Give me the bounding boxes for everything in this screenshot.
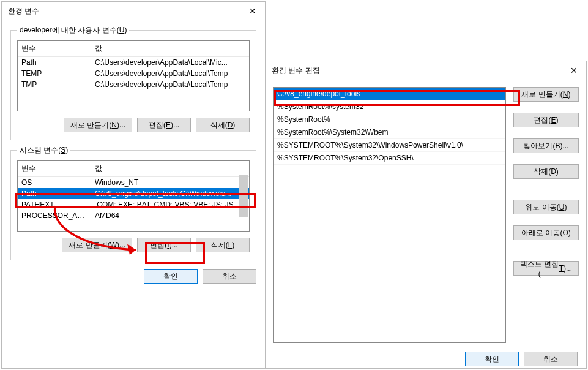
system-vars-table[interactable]: 변수 값 OSWindows_NTPathC:\v8_engine\depot_… [17, 160, 250, 232]
sys-edit-button[interactable]: 편집(I)... [137, 238, 191, 252]
system-vars-legend: 시스템 변수(S) [17, 145, 70, 156]
user-delete-button[interactable]: 삭제(D) [196, 118, 250, 132]
title-env: 환경 변수 [8, 6, 39, 17]
env-vars-dialog: 환경 변수 ✕ developer에 대한 사용자 변수(U) 변수 값 Pat… [1, 1, 266, 369]
sys-delete-button[interactable]: 삭제(L) [196, 238, 250, 252]
table-row[interactable]: TMPC:\Users\developer\AppData\Local\Temp [18, 79, 249, 90]
close-icon[interactable]: ✕ [567, 64, 581, 77]
user-new-button[interactable]: 새로 만들기(N)... [64, 118, 132, 132]
col-val[interactable]: 값 [91, 41, 249, 57]
table-row[interactable]: PathC:\v8_engine\depot_tools;C:\Windows\… [18, 188, 249, 199]
col-var-sys[interactable]: 변수 [18, 161, 91, 177]
table-row[interactable]: TEMPC:\Users\developer\AppData\Local\Tem… [18, 68, 249, 79]
title-edit: 환경 변수 편집 [272, 66, 320, 76]
list-item[interactable]: %SystemRoot%\system32 [274, 100, 505, 113]
list-item[interactable]: %SYSTEMROOT%\System32\OpenSSH\ [274, 152, 505, 165]
cancel-button-edit[interactable]: 취소 [524, 352, 578, 366]
list-moveup-button[interactable]: 위로 이동(U) [513, 200, 579, 214]
ok-button-edit[interactable]: 확인 [465, 352, 519, 366]
table-row[interactable]: PathC:\Users\developer\AppData\Local\Mic… [18, 57, 249, 69]
list-textedit-button[interactable]: 텍스트 편집(T)... [513, 261, 579, 276]
list-item[interactable]: C:\v8_engine\depot_tools [274, 88, 505, 100]
list-movedown-button[interactable]: 아래로 이동(O) [513, 225, 579, 240]
user-vars-legend: developer에 대한 사용자 변수(U) [17, 25, 129, 36]
ok-button[interactable]: 확인 [144, 269, 198, 284]
col-var[interactable]: 변수 [18, 41, 91, 57]
close-icon[interactable]: ✕ [245, 5, 260, 17]
list-edit-button[interactable]: 편집(E) [513, 113, 579, 127]
system-vars-group: 시스템 변수(S) 변수 값 OSWindows_NTPathC:\v8_eng… [10, 145, 256, 260]
user-vars-group: developer에 대한 사용자 변수(U) 변수 값 PathC:\User… [10, 25, 256, 140]
table-row[interactable]: OSWindows_NT [18, 177, 249, 189]
list-new-button[interactable]: 새로 만들기(N) [513, 87, 579, 102]
env-var-edit-dialog: 환경 변수 편집 ✕ C:\v8_engine\depot_tools%Syst… [265, 61, 587, 369]
list-item[interactable]: %SYSTEMROOT%\System32\WindowsPowerShell\… [274, 139, 505, 152]
table-row[interactable]: PROCESSOR_ARC...AMD64 [18, 210, 249, 221]
cancel-button[interactable]: 취소 [203, 269, 256, 284]
list-delete-button[interactable]: 삭제(D) [513, 164, 579, 179]
sys-new-button[interactable]: 새로 만들기(W)... [62, 238, 132, 252]
list-item[interactable]: %SystemRoot%\System32\Wbem [274, 126, 505, 139]
list-browse-button[interactable]: 찾아보기(B)... [513, 138, 579, 153]
scrollbar-handle[interactable] [239, 175, 248, 217]
titlebar-edit: 환경 변수 편집 ✕ [266, 61, 586, 80]
list-item[interactable]: %SystemRoot% [274, 113, 505, 126]
path-listbox[interactable]: C:\v8_engine\depot_tools%SystemRoot%\sys… [273, 87, 506, 343]
user-edit-button[interactable]: 편집(E)... [137, 118, 191, 132]
user-vars-table[interactable]: 변수 값 PathC:\Users\developer\AppData\Loca… [17, 40, 250, 111]
table-row[interactable]: PATHEXT.COM;.EXE;.BAT;.CMD;.VBS;.VBE;.JS… [18, 199, 249, 210]
col-val-sys[interactable]: 값 [91, 161, 249, 177]
side-buttons: 새로 만들기(N) 편집(E) 찾아보기(B)... 삭제(D) 위로 이동(U… [513, 87, 579, 343]
titlebar-env: 환경 변수 ✕ [2, 2, 265, 20]
